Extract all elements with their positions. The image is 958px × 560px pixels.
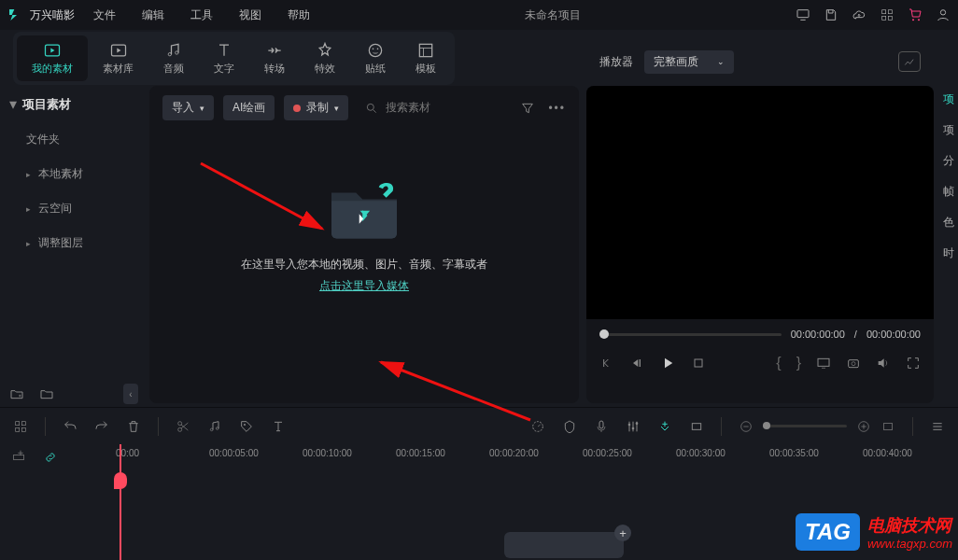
svg-point-12: [369, 44, 381, 56]
grid-icon[interactable]: [13, 419, 28, 434]
timecode-duration: 00:00:00:00: [866, 329, 921, 340]
add-clip-icon[interactable]: +: [614, 525, 631, 541]
menu-edit[interactable]: 编辑: [142, 7, 164, 23]
search-input[interactable]: 搜索素材: [365, 100, 511, 116]
tab-my-media[interactable]: 我的素材: [17, 35, 88, 81]
snapshot-button[interactable]: [898, 51, 921, 72]
magnet-icon[interactable]: [657, 419, 672, 434]
cart-icon[interactable]: [908, 7, 923, 22]
marker-icon[interactable]: [562, 419, 577, 434]
stop-icon[interactable]: [691, 356, 706, 371]
cloud-icon[interactable]: [852, 7, 866, 22]
apps-icon[interactable]: [880, 7, 895, 22]
record-button[interactable]: 录制▾: [284, 95, 348, 120]
tab-template[interactable]: 模板: [401, 35, 451, 81]
svg-rect-19: [818, 358, 829, 366]
dropzone-link[interactable]: 点击这里导入媒体: [319, 278, 409, 294]
monitor-icon[interactable]: [796, 7, 810, 22]
right-tab-4[interactable]: 色: [943, 215, 954, 231]
svg-rect-4: [888, 16, 892, 20]
right-tab-0[interactable]: 项: [943, 91, 954, 107]
crop-icon[interactable]: [689, 419, 704, 434]
timeline-ruler[interactable]: 00:00 00:00:05:00 00:00:10:00 00:00:15:0…: [116, 448, 958, 474]
sidebar-item-local[interactable]: ▸ 本地素材: [9, 157, 140, 191]
new-folder-icon[interactable]: [9, 386, 24, 401]
prev-frame-icon[interactable]: [599, 356, 614, 371]
svg-point-6: [918, 19, 920, 21]
right-tab-2[interactable]: 分: [943, 153, 954, 169]
menu-tools[interactable]: 工具: [190, 7, 213, 23]
sidebar-head[interactable]: ▾ 项目素材: [9, 86, 140, 122]
zoom-fit-icon[interactable]: [881, 419, 895, 434]
folder-icon[interactable]: [39, 386, 54, 401]
right-tab-5[interactable]: 时: [943, 245, 954, 261]
add-track-icon[interactable]: [11, 450, 26, 465]
stock-icon: [109, 41, 128, 60]
text-icon: [215, 41, 233, 60]
import-button[interactable]: 导入▾: [162, 95, 214, 120]
svg-point-13: [373, 48, 374, 49]
mic-icon[interactable]: [594, 419, 609, 434]
preview-scrubber[interactable]: [599, 333, 782, 336]
undo-icon[interactable]: [63, 419, 77, 434]
menu-file[interactable]: 文件: [93, 7, 116, 23]
clip-placeholder[interactable]: +: [504, 532, 624, 558]
zoom-out-icon[interactable]: [739, 419, 754, 434]
redo-icon[interactable]: [94, 419, 109, 434]
playhead[interactable]: [120, 444, 121, 560]
menu-view[interactable]: 视图: [239, 7, 261, 23]
media-icon: [43, 41, 62, 60]
right-tab-1[interactable]: 项: [943, 122, 954, 138]
tag-icon[interactable]: [239, 419, 254, 434]
tab-transition[interactable]: 转场: [249, 35, 300, 81]
svg-rect-40: [14, 455, 24, 459]
step-back-icon[interactable]: [629, 356, 644, 371]
text-tool-icon[interactable]: [271, 419, 286, 434]
tab-text[interactable]: 文字: [199, 35, 249, 81]
speed-icon[interactable]: [530, 419, 545, 434]
preview-label: 播放器: [599, 54, 633, 70]
ai-draw-button[interactable]: AI绘画: [223, 95, 275, 120]
tab-stock[interactable]: 素材库: [88, 35, 148, 81]
collapse-sidebar-button[interactable]: ‹: [123, 384, 138, 404]
sidebar-item-folders[interactable]: 文件夹: [9, 122, 140, 157]
audio-icon: [164, 41, 183, 60]
chevron-down-icon: ⌄: [717, 57, 725, 66]
zoom-slider[interactable]: [763, 425, 847, 427]
tab-sticker[interactable]: 贴纸: [350, 35, 401, 81]
tab-effect[interactable]: 特效: [300, 35, 350, 81]
save-icon[interactable]: [824, 7, 838, 22]
user-icon[interactable]: [936, 7, 951, 22]
svg-rect-32: [599, 421, 603, 428]
volume-icon[interactable]: [876, 356, 891, 371]
sidebar-item-cloud[interactable]: ▸ 云空间: [9, 191, 140, 226]
music-icon[interactable]: [207, 419, 222, 434]
delete-icon[interactable]: [126, 419, 141, 434]
display-icon[interactable]: [816, 356, 831, 371]
right-tab-3[interactable]: 帧: [943, 184, 954, 200]
cut-icon[interactable]: [176, 419, 190, 434]
bracket-out-icon[interactable]: }: [796, 355, 801, 371]
quality-select[interactable]: 完整画质⌄: [644, 50, 734, 74]
svg-rect-0: [797, 10, 809, 18]
svg-point-30: [244, 424, 246, 426]
list-icon[interactable]: [930, 419, 945, 434]
more-icon[interactable]: •••: [548, 102, 566, 115]
link-icon[interactable]: [43, 450, 58, 465]
svg-point-5: [912, 19, 914, 21]
sidebar-item-adjustment[interactable]: ▸ 调整图层: [9, 226, 140, 260]
import-folder-icon[interactable]: [322, 176, 406, 242]
fullscreen-icon[interactable]: [906, 356, 921, 371]
menu-help[interactable]: 帮助: [288, 7, 310, 23]
project-title: 未命名项目: [310, 7, 796, 23]
camera-icon[interactable]: [846, 356, 861, 371]
tab-audio[interactable]: 音频: [148, 35, 199, 81]
triangle-right-icon: ▸: [26, 170, 31, 179]
play-icon[interactable]: [659, 355, 676, 371]
zoom-in-icon[interactable]: [856, 419, 871, 434]
preview-viewport[interactable]: [586, 86, 934, 319]
filter-icon[interactable]: [520, 101, 535, 116]
mixer-icon[interactable]: [626, 419, 641, 434]
template-icon: [416, 41, 435, 60]
bracket-in-icon[interactable]: {: [776, 355, 781, 371]
